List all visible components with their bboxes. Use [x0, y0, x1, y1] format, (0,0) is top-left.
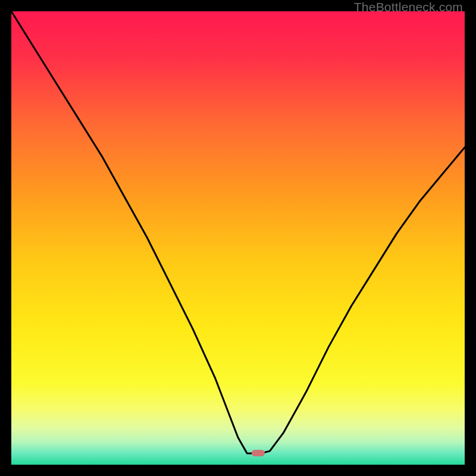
optimal-point-marker [252, 450, 265, 456]
watermark-text: TheBottleneck.com [354, 0, 463, 14]
bottleneck-curve [11, 11, 465, 465]
chart-frame: TheBottleneck.com [0, 0, 476, 476]
plot-area [11, 11, 465, 465]
